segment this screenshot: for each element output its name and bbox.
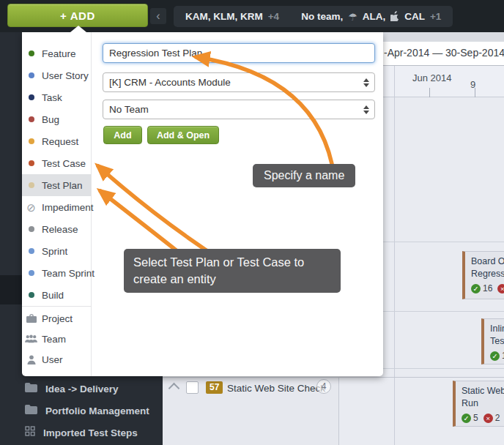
- failed-count: 2: [495, 413, 500, 423]
- menu-item-project[interactable]: Project: [22, 308, 91, 329]
- folder-icon: [25, 404, 37, 417]
- menu-item-sprint[interactable]: Sprint: [22, 240, 91, 262]
- sidebar-active-strip: [0, 275, 22, 304]
- sidebar-item-label: Idea -> Delivery: [45, 384, 118, 394]
- impediment-icon: ⊘: [25, 202, 37, 213]
- task-dot-icon: [25, 94, 37, 100]
- specify-name-callout: Specify a name: [253, 164, 355, 187]
- test-plan-run-card[interactable]: Static Web Run ✓ 5 × 2: [453, 381, 504, 427]
- list-timeline-splitter[interactable]: [338, 377, 339, 445]
- apple-icon: [390, 11, 399, 23]
- test-plan-run-card[interactable]: Board Ow Regressio ✓ 16 × 8: [462, 251, 504, 299]
- passed-icon: ✓: [471, 284, 481, 293]
- sidebar-item-idea-delivery[interactable]: Idea -> Delivery: [0, 378, 163, 400]
- briefcase-icon: [25, 314, 37, 323]
- app-window: -Apr-2014 — 30-Sep-2014 Jun 2014 9 57 St…: [0, 0, 504, 445]
- select-spinner-icon: [363, 78, 369, 87]
- menu-item-label: Team: [42, 334, 66, 345]
- passed-count: 5: [473, 413, 478, 423]
- test-plan-dot-icon: [25, 182, 37, 188]
- menu-item-team-sprint[interactable]: Team Sprint: [22, 262, 91, 284]
- select-spinner-icon: [363, 105, 369, 114]
- sidebar-item-label: Portfolio Management: [45, 405, 149, 416]
- add-dropdown-panel: Feature User Story Task Bug Request Test…: [22, 32, 383, 376]
- add-button[interactable]: Add: [103, 126, 142, 144]
- sidebar-item-portfolio-management[interactable]: Portfolio Management: [0, 400, 163, 422]
- add-entity-button[interactable]: + ADD: [7, 4, 148, 27]
- menu-item-label: Project: [42, 313, 73, 324]
- menu-item-label: Team Sprint: [42, 268, 94, 279]
- teams-overflow-count: +1: [430, 11, 441, 22]
- menu-item-task[interactable]: Task: [22, 86, 91, 108]
- menu-item-label: Sprint: [42, 246, 67, 257]
- project-select[interactable]: [K] CRM - Accounts Module: [103, 72, 375, 92]
- month-label: Jun 2014: [412, 72, 452, 83]
- timeline-gridline: [394, 66, 395, 445]
- test-plan-run-card[interactable]: Inlin Test ✓ 15: [481, 318, 504, 364]
- card-title-line: Board Ow: [471, 255, 504, 268]
- menu-item-release[interactable]: Release: [22, 218, 91, 240]
- team-sprint-dot-icon: [25, 270, 37, 276]
- team-cal-label: CAL: [404, 11, 425, 22]
- add-and-open-button[interactable]: Add & Open: [147, 126, 219, 144]
- sidebar-item-imported-test-steps[interactable]: Imported Test Steps: [0, 422, 163, 444]
- card-title-line: Test: [490, 335, 504, 348]
- menu-item-request[interactable]: Request: [22, 130, 91, 152]
- user-story-dot-icon: [25, 72, 37, 78]
- select-entity-callout: Select Test Plan or Test Case to create …: [124, 249, 341, 293]
- menu-item-impediment[interactable]: ⊘ Impediment: [22, 196, 91, 218]
- entity-name-input[interactable]: [103, 43, 375, 63]
- scale-tick: [475, 88, 475, 97]
- menu-item-build[interactable]: Build: [22, 284, 91, 306]
- user-icon: [25, 355, 37, 364]
- menu-divider: [22, 306, 92, 307]
- build-dot-icon: [25, 292, 37, 298]
- passed-icon: ✓: [490, 351, 500, 361]
- menu-item-user-story[interactable]: User Story: [22, 64, 91, 86]
- menu-item-test-case[interactable]: Test Case: [22, 152, 91, 174]
- team-icon: [25, 334, 37, 343]
- date-range-label: -Apr-2014 — 30-Sep-2014: [384, 47, 504, 59]
- menu-item-label: Request: [42, 136, 78, 147]
- projects-overflow-count: +4: [268, 11, 279, 22]
- umbrella-icon: ☂: [348, 12, 357, 22]
- failed-icon: ×: [483, 414, 493, 423]
- card-title-line: Run: [462, 397, 504, 410]
- no-team-label: No team,: [301, 11, 343, 22]
- folder-icon: [25, 382, 37, 395]
- selected-projects-label: KAM, KLM, KRM: [185, 11, 263, 22]
- menu-item-label: Bug: [42, 114, 59, 125]
- test-plan-row-title[interactable]: Static Web Site Check: [227, 383, 325, 394]
- menu-item-label: Test Case: [42, 158, 86, 169]
- card-title-line: Static Web: [462, 385, 504, 397]
- passed-count: 16: [483, 283, 492, 293]
- bug-dot-icon: [25, 116, 37, 122]
- team-ala-label: ALA,: [363, 11, 386, 22]
- entity-id-badge: 57: [206, 381, 223, 394]
- sidebar-item-label: Imported Test Steps: [43, 427, 138, 438]
- passed-icon: ✓: [462, 414, 471, 423]
- test-case-dot-icon: [25, 160, 37, 166]
- menu-item-feature[interactable]: Feature: [22, 42, 91, 64]
- dropdown-pointer: [70, 26, 86, 32]
- menu-item-test-plan[interactable]: Test Plan: [22, 174, 91, 196]
- entity-type-menu: Feature User Story Task Bug Request Test…: [22, 32, 92, 376]
- menu-item-team[interactable]: Team: [22, 329, 91, 349]
- menu-item-label: Task: [42, 92, 62, 103]
- context-selector[interactable]: KAM, KLM, KRM +4 No team, ☂ ALA, CAL +1: [174, 6, 453, 27]
- team-select[interactable]: No Team: [103, 100, 375, 119]
- menu-item-user[interactable]: User: [22, 349, 91, 370]
- card-title-line: Regressio: [471, 268, 504, 280]
- menu-item-label: Test Plan: [42, 180, 83, 191]
- row-checkbox[interactable]: [186, 381, 199, 394]
- scale-tick: [429, 88, 430, 97]
- menu-item-label: Impediment: [42, 202, 94, 213]
- menu-item-label: Release: [42, 224, 78, 235]
- menu-item-label: User: [42, 354, 63, 365]
- collapse-left-chevron-icon[interactable]: ‹: [150, 8, 166, 24]
- menu-item-bug[interactable]: Bug: [22, 108, 91, 130]
- child-count-badge: 4: [316, 379, 331, 394]
- release-dot-icon: [25, 226, 37, 232]
- grid-icon: [25, 426, 35, 439]
- menu-item-label: Feature: [42, 48, 76, 59]
